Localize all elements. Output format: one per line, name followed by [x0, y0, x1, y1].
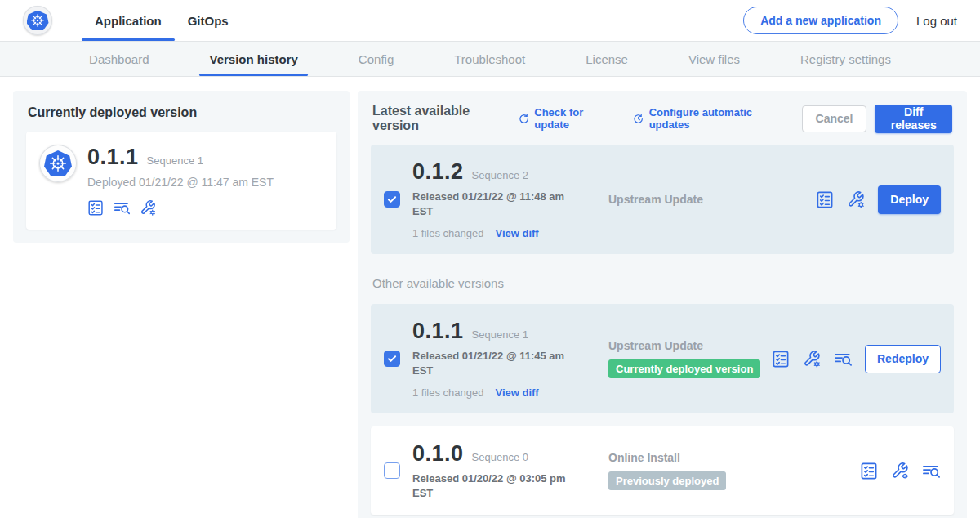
configure-automatic-updates-link[interactable]: Configure automatic updates — [632, 106, 782, 131]
tab-dashboard[interactable]: Dashboard — [86, 42, 152, 76]
sequence-label: Sequence 1 — [472, 328, 528, 341]
files-changed-label: 1 files changed — [412, 386, 483, 399]
latest-version-header: Latest available version Check for updat… — [372, 104, 952, 133]
preflight-checklist-icon[interactable] — [860, 462, 879, 480]
check-for-update-label: Check for update — [534, 106, 612, 131]
top-nav: Application GitOps Add a new application… — [0, 0, 980, 41]
preflight-checklist-icon[interactable] — [772, 350, 791, 368]
tab-view-files-label: View files — [688, 52, 740, 66]
add-new-application-button[interactable]: Add a new application — [743, 7, 898, 34]
diff-select-checkbox[interactable] — [384, 351, 400, 367]
other-available-versions-heading: Other available versions — [372, 276, 952, 290]
released-timestamp: Released 01/20/22 @ 03:05 pm EST — [412, 471, 572, 500]
deploy-logs-icon[interactable] — [922, 462, 941, 480]
view-diff-link[interactable]: View diff — [495, 227, 538, 239]
version-number: 0.1.2 — [412, 159, 464, 185]
view-diff-link[interactable]: View diff — [495, 386, 538, 399]
app-sub-nav: Dashboard Version history Config Trouble… — [0, 41, 980, 77]
deploy-logs-icon[interactable] — [834, 350, 853, 368]
tab-troubleshoot[interactable]: Troubleshoot — [451, 42, 528, 76]
tab-troubleshoot-label: Troubleshoot — [454, 52, 525, 66]
released-timestamp: Released 01/21/22 @ 11:48 am EST — [412, 190, 572, 218]
checkmark-icon — [386, 194, 398, 205]
version-number: 0.1.1 — [412, 319, 464, 344]
version-row-0-1-0: 0.1.0 Sequence 0 Released 01/20/22 @ 03:… — [371, 426, 954, 515]
deployed-timestamp: Deployed 01/21/22 @ 11:47 am EST — [87, 176, 274, 189]
tab-registry-settings-label: Registry settings — [800, 52, 891, 66]
check-for-update-link[interactable]: Check for update — [518, 106, 612, 131]
config-wrench-gear-icon[interactable] — [803, 350, 822, 368]
version-history-page: Currently deployed version 0.1.1 Sequenc… — [0, 77, 980, 518]
kubernetes-logo — [23, 6, 52, 35]
latest-available-title: Latest available version — [372, 104, 506, 133]
tab-view-files[interactable]: View files — [685, 42, 743, 76]
config-wrench-gear-icon[interactable] — [847, 190, 866, 209]
tab-config[interactable]: Config — [355, 42, 397, 76]
sequence-label: Sequence 2 — [472, 169, 528, 181]
currently-deployed-badge: Currently deployed version — [608, 359, 760, 378]
diff-select-checkbox[interactable] — [384, 191, 400, 208]
schedule-clock-icon — [632, 112, 644, 126]
available-versions-panel: Latest available version Check for updat… — [358, 91, 967, 518]
version-row-0-1-2: 0.1.2 Sequence 2 Released 01/21/22 @ 11:… — [371, 145, 954, 254]
currently-deployed-title: Currently deployed version — [28, 105, 335, 120]
refresh-icon — [518, 112, 530, 126]
previously-deployed-badge: Previously deployed — [608, 471, 726, 490]
version-row-0-1-1: 0.1.1 Sequence 1 Released 01/21/22 @ 11:… — [371, 304, 954, 413]
tab-application-label: Application — [95, 14, 162, 28]
version-source-label: Online Install — [608, 451, 860, 464]
diff-select-checkbox[interactable] — [384, 462, 400, 479]
deploy-logs-icon[interactable] — [114, 199, 131, 217]
topnav-tabs: Application GitOps — [82, 0, 242, 41]
tab-dashboard-label: Dashboard — [89, 52, 149, 66]
tab-version-history-label: Version history — [209, 52, 297, 66]
app-logo — [39, 145, 77, 182]
tab-license-label: License — [586, 52, 628, 66]
configure-automatic-updates-label: Configure automatic updates — [649, 106, 782, 131]
version-number: 0.1.0 — [412, 441, 464, 467]
deployed-version-number: 0.1.1 — [87, 145, 139, 170]
tab-gitops[interactable]: GitOps — [175, 0, 242, 41]
deployed-sequence-label: Sequence 1 — [147, 154, 203, 167]
logout-link[interactable]: Log out — [916, 14, 957, 28]
tab-license[interactable]: License — [582, 42, 631, 76]
tab-config-label: Config — [359, 52, 394, 66]
currently-deployed-panel: Currently deployed version 0.1.1 Sequenc… — [13, 91, 350, 243]
version-source-label: Upstream Update — [608, 193, 816, 206]
tab-registry-settings[interactable]: Registry settings — [797, 42, 894, 76]
checkmark-icon — [386, 353, 398, 364]
diff-releases-button[interactable]: Diff releases — [875, 105, 952, 133]
tab-application[interactable]: Application — [82, 0, 175, 41]
config-wrench-eye-icon[interactable] — [891, 462, 910, 480]
preflight-checklist-icon[interactable] — [816, 190, 835, 209]
tab-version-history[interactable]: Version history — [206, 42, 301, 76]
preflight-checklist-icon[interactable] — [87, 199, 105, 217]
deploy-button[interactable]: Deploy — [878, 185, 941, 214]
redeploy-button[interactable]: Redeploy — [865, 345, 941, 373]
sequence-label: Sequence 0 — [472, 451, 528, 463]
version-source-label: Upstream Update — [608, 339, 772, 352]
cancel-button[interactable]: Cancel — [802, 105, 867, 132]
files-changed-label: 1 files changed — [412, 227, 483, 239]
released-timestamp: Released 01/21/22 @ 11:45 am EST — [412, 349, 572, 377]
tab-gitops-label: GitOps — [188, 14, 229, 28]
config-wrench-gear-icon[interactable] — [140, 199, 157, 217]
currently-deployed-card: 0.1.1 Sequence 1 Deployed 01/21/22 @ 11:… — [26, 132, 336, 230]
